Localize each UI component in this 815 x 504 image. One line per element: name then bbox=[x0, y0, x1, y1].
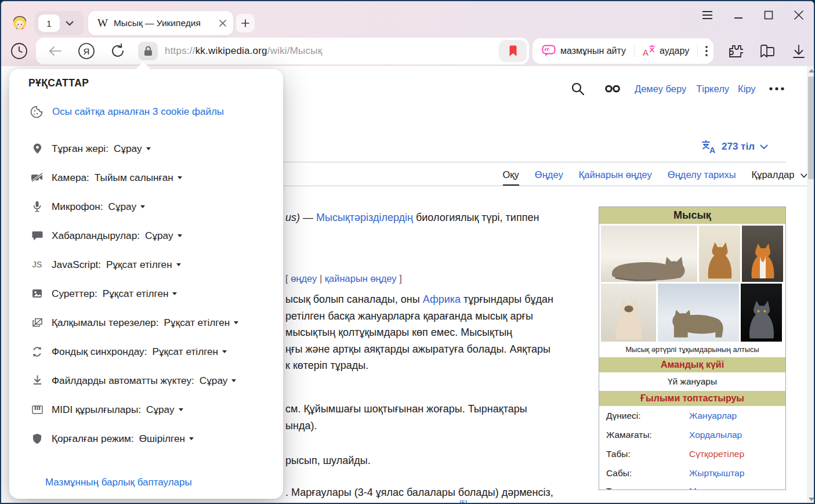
wikipedia-favicon: W bbox=[97, 17, 108, 30]
site-security-button[interactable] bbox=[138, 42, 158, 60]
class-link[interactable]: Сүтқоретілер bbox=[689, 449, 744, 459]
cat-photo-tabby-snow[interactable] bbox=[658, 284, 739, 342]
browser-tab[interactable]: W Мысық — Уикипедия bbox=[88, 11, 233, 35]
tab-read[interactable]: Оқу bbox=[503, 169, 519, 186]
url-text: https://kk.wikipedia.org/wiki/Мысық bbox=[165, 45, 499, 57]
tab-close-icon[interactable] bbox=[219, 20, 226, 27]
tab-count[interactable]: 1 bbox=[38, 14, 60, 32]
scrollbar-thumb[interactable] bbox=[808, 77, 815, 179]
article-paragraph: ысық болып саналады, оны Африка тұрғында… bbox=[285, 291, 592, 374]
cat-photo-orange-white[interactable] bbox=[742, 226, 783, 282]
permission-dropdown[interactable]: Сұрау bbox=[108, 201, 146, 213]
appearance-icon[interactable] bbox=[605, 85, 620, 93]
tab-group-chip[interactable]: 1 bbox=[34, 11, 84, 35]
tab-history[interactable]: Өңделу тарихы bbox=[668, 169, 736, 180]
maximize-icon[interactable] bbox=[764, 10, 773, 20]
login-link[interactable]: Кіру bbox=[738, 84, 756, 95]
taxonomy-row: Табы: Сүтқоретілер bbox=[599, 444, 785, 463]
collections-button[interactable] bbox=[759, 44, 775, 61]
dropdown-caret-icon bbox=[222, 350, 227, 353]
status-header: Амандық күйі bbox=[599, 357, 785, 372]
scroll-down-icon[interactable] bbox=[809, 498, 814, 501]
reference-5-link[interactable]: [5] bbox=[459, 499, 467, 504]
new-tab-button[interactable] bbox=[236, 14, 255, 32]
permission-dropdown[interactable]: Сұрау bbox=[146, 404, 183, 416]
permission-row-auto-downloads: Файлдарды автоматты жүктеу: Сұрау bbox=[30, 375, 238, 386]
extensions-button[interactable] bbox=[727, 43, 743, 61]
notifications-icon bbox=[32, 231, 43, 241]
permission-row-protected-mode: Қорғалған режим: Өшірілген bbox=[30, 433, 238, 444]
permission-dropdown[interactable]: Тыйым салынған bbox=[95, 172, 182, 184]
profile-avatar[interactable] bbox=[10, 13, 29, 34]
donate-link[interactable]: Демеу беру bbox=[635, 84, 686, 95]
tab-edit-source[interactable]: Қайнарын өңдеу bbox=[579, 169, 652, 180]
site-permissions-panel: РҰҚСАТТАР Осы сайтқа арналған 3 cookie ф… bbox=[9, 69, 283, 499]
read-aloud-button[interactable]: мазмұнын айту bbox=[560, 46, 626, 56]
permission-dropdown[interactable]: Рұқсат етілген bbox=[106, 259, 181, 271]
taxonomy-row: Дүниесі: Жануарлар bbox=[599, 406, 785, 425]
tab-title: Мысық — Уикипедия bbox=[114, 18, 213, 28]
cat-photo-gray[interactable] bbox=[741, 284, 782, 342]
address-bar[interactable]: Я https://kk.wikipedia.org/wiki/Мысық bbox=[36, 38, 529, 64]
dropdown-caret-icon bbox=[176, 263, 181, 266]
bookmark-button[interactable] bbox=[499, 40, 527, 62]
cat-photo-siamese[interactable] bbox=[601, 284, 656, 342]
page-actions: мазмұнын айту A аудару bbox=[533, 38, 713, 64]
puzzle-icon bbox=[727, 43, 743, 59]
dropdown-caret-icon bbox=[178, 234, 182, 237]
order-link[interactable]: Жыртқыштар bbox=[689, 468, 744, 478]
register-link[interactable]: Тіркелу bbox=[696, 84, 729, 95]
permission-dropdown[interactable]: Рұқсат етілген bbox=[103, 288, 178, 300]
permission-row-images: Суреттер: Рұқсат етілген bbox=[30, 288, 238, 299]
africa-link[interactable]: Африка bbox=[423, 293, 461, 305]
minimize-icon[interactable] bbox=[734, 10, 743, 20]
menu-icon[interactable] bbox=[702, 10, 713, 20]
reload-icon[interactable] bbox=[111, 43, 125, 59]
translate-button[interactable]: аудару bbox=[660, 46, 689, 56]
cookies-link[interactable]: Осы сайтқа арналған 3 cookie файлы bbox=[52, 106, 224, 118]
permission-row-midi: MIDI құрылғылары: Сұрау bbox=[30, 404, 238, 415]
dropdown-caret-icon bbox=[146, 147, 151, 150]
downloads-button[interactable] bbox=[791, 44, 806, 61]
family-link[interactable]: Мысықтар bbox=[689, 486, 732, 490]
permission-dropdown[interactable]: Рұқсат етілген bbox=[152, 346, 227, 358]
read-aloud-icon bbox=[542, 45, 556, 57]
search-icon[interactable] bbox=[571, 82, 584, 95]
permission-dropdown[interactable]: Сұрау bbox=[200, 375, 237, 387]
article-paragraph: . Марғаулары (3-4 ұялас балалары болады)… bbox=[285, 484, 592, 501]
dropdown-caret-icon bbox=[172, 292, 177, 295]
permission-dropdown[interactable]: Өшірілген bbox=[139, 433, 194, 445]
permission-dropdown[interactable]: Сұрау bbox=[114, 143, 151, 155]
svg-text:A: A bbox=[643, 48, 649, 57]
tab-edit[interactable]: Өңдеу bbox=[535, 169, 563, 180]
taxonomy-row: Жамағаты: Хордалылар bbox=[599, 425, 785, 444]
close-icon[interactable] bbox=[794, 10, 803, 20]
dropdown-caret-icon bbox=[234, 321, 238, 324]
tabs-divider bbox=[283, 186, 807, 186]
chevron-down-icon bbox=[760, 144, 768, 150]
phylum-link[interactable]: Хордалылар bbox=[689, 430, 742, 440]
more-menu-icon[interactable] bbox=[769, 87, 784, 90]
more-actions-icon[interactable] bbox=[705, 46, 708, 56]
intro-link[interactable]: Мысықтәрізділердің bbox=[316, 212, 413, 223]
yandex-icon[interactable]: Я bbox=[78, 42, 95, 60]
back-icon[interactable] bbox=[49, 46, 61, 56]
cat-photo-abyssinian[interactable] bbox=[699, 226, 740, 282]
permission-dropdown[interactable]: Сұрау bbox=[145, 230, 182, 242]
edit-link[interactable]: өңдеу bbox=[291, 273, 317, 284]
cookies-row: Осы сайтқа арналған 3 cookie файлы bbox=[30, 106, 224, 118]
all-content-settings-link[interactable]: Мазмұнның барлық баптаулары bbox=[45, 477, 192, 488]
browser-window: 1 W Мысық — Уикипедия bbox=[0, 0, 815, 504]
permission-row-microphone: Микрофон: Сұрау bbox=[30, 201, 238, 212]
languages-icon: A bbox=[701, 140, 716, 154]
history-button[interactable] bbox=[10, 42, 28, 62]
permission-dropdown[interactable]: Рұқсат етілген bbox=[164, 317, 239, 329]
cat-photo-tabby-lying[interactable] bbox=[601, 226, 697, 282]
cat-image-grid bbox=[599, 224, 785, 343]
tab-tools[interactable]: Құралдар bbox=[752, 169, 807, 180]
language-button[interactable]: A 273 тіл bbox=[701, 140, 768, 154]
kingdom-link[interactable]: Жануарлар bbox=[689, 411, 737, 421]
scroll-up-icon[interactable] bbox=[809, 69, 814, 72]
avatar-icon bbox=[10, 13, 29, 32]
edit-source-link[interactable]: қайнарын өңдеу bbox=[325, 273, 397, 284]
